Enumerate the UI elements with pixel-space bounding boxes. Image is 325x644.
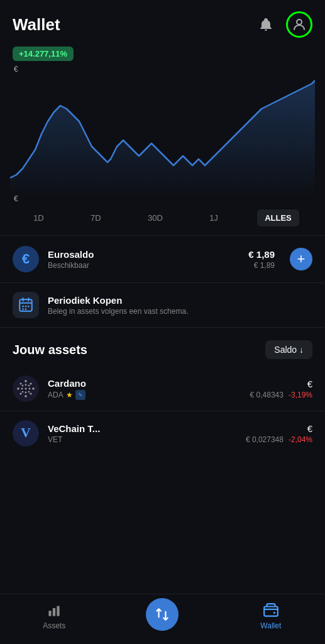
nav-wallet-label: Wallet xyxy=(260,621,281,630)
svg-point-18 xyxy=(30,392,31,394)
cardano-ticker: ADA ★ ✎ xyxy=(48,390,241,400)
swap-button[interactable] xyxy=(146,598,179,631)
vechain-price-row: € 0,027348 -2,04% xyxy=(246,435,312,444)
time-btn-alles[interactable]: ALLES xyxy=(257,209,299,226)
chart-area: +14.277,11% € € xyxy=(0,47,325,203)
asset-row-cardano[interactable]: Cardano ADA ★ ✎ € € 0,48343 -3,19% xyxy=(0,367,325,411)
vechain-info: VeChain T... VET xyxy=(48,423,237,444)
eurosaldo-sub: Beschikbaar xyxy=(48,261,240,270)
assets-header: Jouw assets Saldo ↓ xyxy=(0,328,325,367)
eurosaldo-info: Eurosaldo Beschikbaar xyxy=(48,249,240,270)
nav-wallet[interactable]: Wallet xyxy=(217,602,325,630)
nav-assets[interactable]: Assets xyxy=(0,602,108,630)
svg-point-14 xyxy=(32,387,35,390)
svg-point-24 xyxy=(28,385,30,387)
svg-point-17 xyxy=(19,392,21,394)
svg-point-20 xyxy=(25,392,27,394)
vechain-values: € € 0,027348 -2,04% xyxy=(246,423,312,444)
eurosaldo-amounts: € 1,89 € 1,89 xyxy=(248,249,275,270)
svg-rect-31 xyxy=(53,608,55,616)
assets-title: Jouw assets xyxy=(13,343,87,357)
nav-assets-label: Assets xyxy=(43,621,65,630)
svg-point-27 xyxy=(25,388,27,390)
profile-button[interactable] xyxy=(286,11,312,38)
chart-euro-bottom: € xyxy=(14,194,18,203)
svg-point-7 xyxy=(28,306,30,308)
time-btn-1j[interactable]: 1J xyxy=(202,209,226,226)
vechain-value: € xyxy=(246,423,312,434)
add-euro-button[interactable]: + xyxy=(290,248,312,270)
cardano-change: -3,19% xyxy=(289,391,312,399)
svg-point-9 xyxy=(25,308,27,310)
svg-point-16 xyxy=(30,382,31,384)
eurosaldo-amount-sub: € 1,89 xyxy=(248,261,275,270)
wallet-icon xyxy=(263,602,279,619)
saldo-sort-button[interactable]: Saldo ↓ xyxy=(265,340,312,359)
svg-point-34 xyxy=(273,611,275,613)
eurosaldo-row: € Eurosaldo Beschikbaar € 1,89 € 1,89 + xyxy=(0,236,325,282)
svg-point-5 xyxy=(22,306,24,308)
price-chart: € € xyxy=(10,65,315,203)
nav-swap[interactable] xyxy=(108,598,216,635)
vechain-name: VeChain T... xyxy=(48,423,237,434)
edit-icon: ✎ xyxy=(75,390,85,400)
time-range-selector: 1D 7D 30D 1J ALLES xyxy=(0,203,325,233)
svg-point-15 xyxy=(19,382,21,384)
chart-euro-top: € xyxy=(14,65,18,74)
time-btn-30d[interactable]: 30D xyxy=(140,209,170,226)
chart-svg xyxy=(10,71,315,197)
vechain-price: € 0,027348 xyxy=(246,435,284,444)
cardano-values: € € 0,48343 -3,19% xyxy=(250,379,312,399)
periodiek-icon xyxy=(13,292,39,318)
periodiek-kopen-row[interactable]: Periodiek Kopen Beleg in assets volgens … xyxy=(0,283,325,327)
periodiek-sub: Beleg in assets volgens een vast schema. xyxy=(48,307,312,316)
svg-point-13 xyxy=(17,387,19,390)
svg-rect-32 xyxy=(57,606,59,616)
vechain-change: -2,04% xyxy=(289,435,312,444)
header: Wallet xyxy=(0,0,325,44)
svg-point-26 xyxy=(28,391,30,393)
time-btn-7d[interactable]: 7D xyxy=(83,209,109,226)
eurosaldo-amount: € 1,89 xyxy=(248,249,275,260)
svg-rect-30 xyxy=(48,611,51,616)
page-title: Wallet xyxy=(13,15,60,35)
cardano-value: € xyxy=(250,379,312,389)
bottom-navigation: Assets Wallet xyxy=(0,594,325,644)
svg-rect-33 xyxy=(264,606,278,616)
svg-text:V: V xyxy=(21,425,31,440)
cardano-price: € 0,48343 xyxy=(250,391,284,399)
bar-chart-icon xyxy=(46,602,62,619)
asset-row-vechain[interactable]: V VeChain T... VET € € 0,027348 -2,04% xyxy=(0,411,325,455)
performance-badge: +14.277,11% xyxy=(13,47,74,61)
swap-icon xyxy=(154,606,170,623)
header-icons xyxy=(255,11,312,38)
svg-point-23 xyxy=(22,385,24,387)
periodiek-name: Periodiek Kopen xyxy=(48,295,312,306)
vechain-logo: V xyxy=(13,420,39,447)
svg-point-0 xyxy=(297,19,302,25)
notification-button[interactable] xyxy=(255,13,277,36)
svg-point-6 xyxy=(25,306,27,308)
eurosaldo-name: Eurosaldo xyxy=(48,249,240,260)
cardano-name: Cardano xyxy=(48,378,241,389)
svg-point-22 xyxy=(29,388,31,390)
svg-point-12 xyxy=(25,395,27,397)
svg-point-11 xyxy=(25,380,27,382)
star-icon: ★ xyxy=(66,391,73,399)
vechain-ticker: VET xyxy=(48,435,237,444)
euro-icon: € xyxy=(13,246,39,272)
svg-point-25 xyxy=(22,391,24,393)
periodiek-info: Periodiek Kopen Beleg in assets volgens … xyxy=(48,295,312,316)
cardano-price-row: € 0,48343 -3,19% xyxy=(250,391,312,399)
cardano-info: Cardano ADA ★ ✎ xyxy=(48,378,241,400)
svg-point-8 xyxy=(22,308,24,310)
time-btn-1d[interactable]: 1D xyxy=(26,209,52,226)
svg-point-21 xyxy=(21,388,23,390)
cardano-logo xyxy=(13,375,39,402)
svg-point-19 xyxy=(25,384,27,386)
